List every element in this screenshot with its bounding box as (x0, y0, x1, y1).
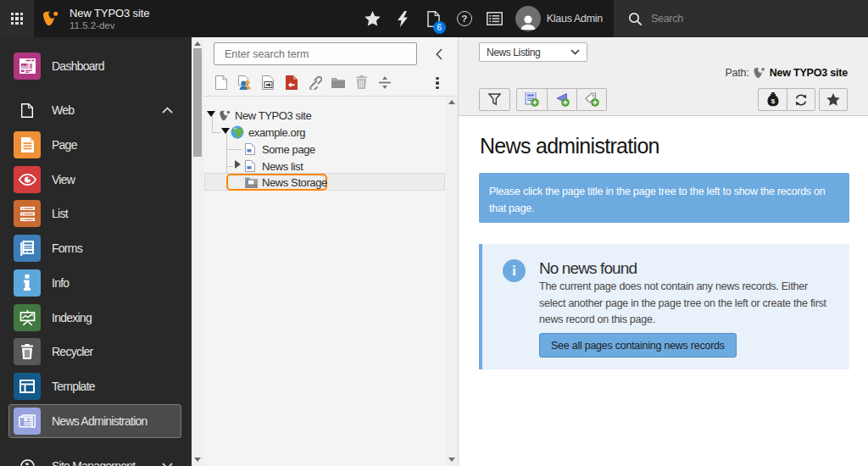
chevron-left-icon (436, 48, 442, 60)
new-page-icon[interactable] (214, 75, 229, 90)
sidebar-item-label: Info (52, 276, 69, 290)
new-news-record-icon (525, 92, 539, 107)
user-menu[interactable]: Klaus Admin (510, 0, 614, 37)
sidebar-item-info[interactable]: Info (8, 266, 181, 300)
page-icon (14, 131, 41, 158)
chevron-down-icon (162, 463, 173, 466)
scroll-down-arrow-icon[interactable] (448, 458, 455, 462)
system-information-button[interactable] (480, 0, 510, 37)
sidebar-group-site-management[interactable]: Site Management (8, 449, 181, 466)
new-recycler-icon[interactable] (354, 75, 369, 90)
new-link-icon[interactable] (308, 75, 322, 90)
sidebar-item-label: Page (52, 138, 77, 152)
new-spacer-icon[interactable] (377, 75, 392, 90)
cache-button-group: $ (758, 88, 815, 111)
expand-toggle-icon[interactable] (235, 160, 241, 169)
tree-node-news-list[interactable]: News list (203, 158, 303, 175)
new-tag-button[interactable] (576, 89, 606, 110)
money-bag-icon: $ (766, 92, 780, 107)
site-management-icon (14, 452, 41, 466)
clear-cache-button[interactable] (388, 0, 419, 37)
refresh-button[interactable] (787, 89, 815, 110)
recycler-trash-icon (14, 338, 41, 365)
scroll-up-arrow-icon[interactable] (448, 100, 455, 104)
info-alert: Please click the page title in the page … (479, 173, 849, 223)
sidebar-item-indexing[interactable]: Indexing (8, 301, 181, 335)
clear-cache-bolt-icon (398, 11, 409, 27)
new-backend-user-section-icon[interactable] (237, 75, 252, 90)
new-mountpoint-icon[interactable] (284, 75, 298, 90)
topbar: New TYPO3 site 11.5.2-dev 6 ? Klaus Admi… (0, 0, 868, 37)
path-label: Path: (725, 67, 748, 79)
scroll-up-arrow-icon[interactable] (194, 42, 201, 46)
tree-node-site[interactable]: example.org (203, 124, 305, 141)
clear-cache-button[interactable]: $ (759, 89, 787, 110)
filter-funnel-icon (488, 93, 501, 106)
page-tree-panel: New TYPO3 site example.org Some page New… (203, 37, 458, 466)
sidebar-item-news-administration[interactable]: News Administration (8, 404, 181, 438)
sidebar-item-label: News Administration (52, 414, 147, 428)
sidebar-item-list[interactable]: List (8, 197, 181, 230)
typo3-logo (42, 9, 60, 28)
svg-text:$: $ (771, 97, 775, 105)
collapse-toggle-icon[interactable] (207, 111, 215, 117)
view-mode-value: News Listing (487, 47, 540, 58)
new-record-button-group (516, 88, 607, 111)
open-documents-button[interactable]: 6 (419, 0, 449, 37)
chevron-down-icon (570, 49, 580, 55)
collapse-toggle-icon[interactable] (221, 128, 230, 134)
sidebar-item-template[interactable]: Template (8, 369, 181, 403)
typo3-root-icon (219, 109, 231, 122)
sidebar-item-recycler[interactable]: Recycler (8, 335, 181, 369)
scrollbar-thumb[interactable] (193, 48, 202, 157)
kebab-menu-icon[interactable] (429, 75, 446, 92)
web-group-icon (14, 97, 41, 124)
brand[interactable]: New TYPO3 site 11.5.2-dev (34, 0, 149, 37)
breadcrumb: Path: New TYPO3 site (725, 66, 848, 80)
site-title: New TYPO3 site (70, 7, 149, 19)
typo3-path-icon (753, 66, 766, 80)
search-icon (628, 12, 643, 26)
new-category-button[interactable] (547, 89, 576, 110)
view-mode-select[interactable]: News Listing (479, 42, 587, 62)
globe-icon (231, 125, 244, 139)
sidebar-item-dashboard[interactable]: Dashboard (8, 49, 181, 83)
tree-node-label: New TYPO3 site (235, 109, 311, 122)
tree-node-label: Some page (262, 143, 315, 156)
sidebar-item-page[interactable]: Page (8, 128, 181, 162)
content-area: News Listing Path: New TYPO3 site (458, 37, 868, 466)
bookmark-button[interactable] (358, 0, 388, 37)
shortcut-star-icon (826, 93, 840, 106)
new-tag-icon (585, 92, 599, 107)
collapse-tree-button[interactable] (429, 44, 449, 64)
view-eye-icon (14, 166, 41, 193)
sidebar-item-label: Dashboard (52, 59, 104, 73)
tree-node-some-page[interactable]: Some page (203, 141, 315, 158)
tree-search-input[interactable] (214, 42, 417, 65)
module-menu-scrollbar[interactable] (192, 37, 203, 466)
indexing-icon (14, 304, 41, 331)
sidebar-group-web[interactable]: Web (8, 93, 181, 127)
sidebar-item-forms[interactable]: Forms (8, 231, 181, 265)
new-folder-icon[interactable] (331, 75, 345, 90)
search-input[interactable] (651, 13, 837, 25)
sidebar-item-view[interactable]: View (8, 163, 181, 197)
see-all-pages-button[interactable]: See all pages containing news records (539, 333, 737, 358)
help-button[interactable]: ? (449, 0, 480, 37)
module-grid-button[interactable] (0, 0, 34, 37)
filter-button[interactable] (479, 88, 510, 111)
scroll-down-arrow-icon[interactable] (194, 458, 201, 462)
path-site-name: New TYPO3 site (770, 67, 848, 79)
list-icon (14, 200, 41, 227)
new-category-icon (555, 92, 570, 107)
refresh-icon (794, 93, 808, 107)
new-shortcut-page-icon[interactable] (261, 75, 275, 90)
no-news-callout: i No news found The current page does no… (479, 244, 849, 369)
tree-node-news-storage[interactable]: News Storage (203, 174, 327, 191)
callout-text: The current page does not contain any ne… (539, 279, 833, 329)
module-body: News administration Please click the pag… (459, 117, 868, 466)
tree-node-root[interactable]: New TYPO3 site (203, 107, 311, 124)
new-news-record-button[interactable] (517, 89, 547, 110)
shortcut-bookmark-button[interactable] (819, 88, 848, 111)
tree-scrollbar[interactable] (446, 97, 458, 466)
